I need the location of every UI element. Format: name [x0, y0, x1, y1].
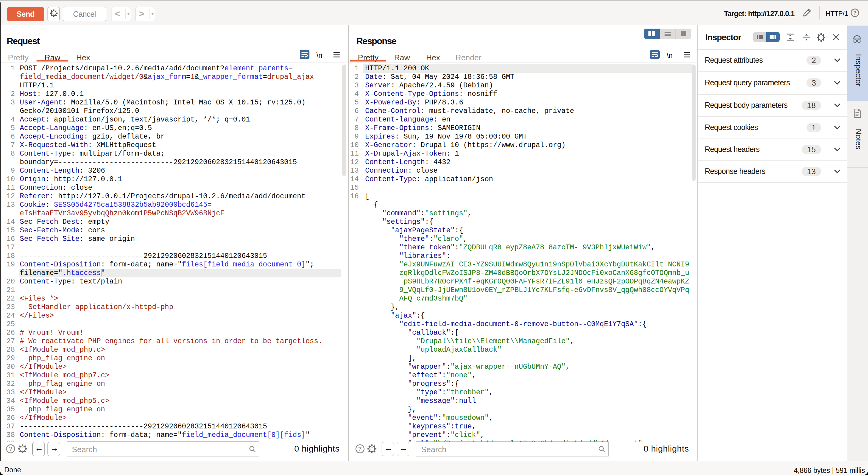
svg-text:?: ?: [358, 445, 362, 452]
svg-text:?: ?: [854, 10, 857, 16]
svg-text:?: ?: [9, 445, 12, 452]
